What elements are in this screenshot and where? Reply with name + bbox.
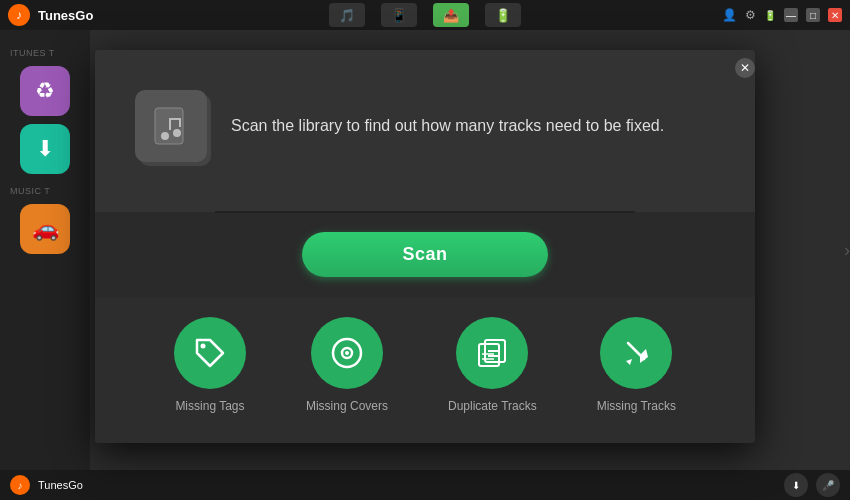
svg-point-3 — [173, 129, 181, 137]
duplicate-icon-svg — [474, 335, 510, 371]
modal-missing-tags-circle — [174, 317, 246, 389]
scan-button[interactable]: Scan — [302, 232, 547, 277]
close-button[interactable]: ✕ — [828, 8, 842, 22]
mic-icon: 🎤 — [822, 480, 834, 491]
modal-missing-tags-label: Missing Tags — [175, 399, 244, 413]
modal-missing-covers-circle — [311, 317, 383, 389]
nav-device-btn[interactable]: 📱 — [381, 3, 417, 27]
title-bar-left: ♪ TunesGo — [8, 4, 93, 26]
modal-missing-tracks-label: Missing Tracks — [597, 399, 676, 413]
svg-rect-6 — [179, 118, 181, 127]
bottom-logo: ♪ — [10, 475, 30, 495]
nav-battery-btn[interactable]: 🔋 — [485, 3, 521, 27]
modal-dialog: Scan the library to find out how many tr… — [95, 50, 755, 443]
settings-icon[interactable]: ⚙ — [745, 8, 756, 22]
modal-tool-missing-tags[interactable]: Missing Tags — [174, 317, 246, 413]
bottom-app-name: TunesGo — [38, 479, 83, 491]
modal-close-button[interactable]: ✕ — [735, 58, 755, 78]
music-icon-container — [135, 90, 207, 162]
modal-missing-covers-label: Missing Covers — [306, 399, 388, 413]
download-icon: ⬇ — [792, 480, 800, 491]
svg-point-10 — [345, 351, 349, 355]
modal-description-container: Scan the library to find out how many tr… — [231, 114, 664, 138]
download-status-btn[interactable]: ⬇ — [784, 473, 808, 497]
app-shell: ♪ TunesGo 🎵 📱 📤 🔋 👤 ⚙ 🔋 — — [0, 0, 850, 500]
logo-symbol: ♪ — [16, 8, 22, 22]
nav-battery-icon: 🔋 — [495, 8, 511, 23]
bottom-bar: ♪ TunesGo ⬇ 🎤 — [0, 470, 850, 500]
modal-missing-tracks-circle — [600, 317, 672, 389]
mic-btn[interactable]: 🎤 — [816, 473, 840, 497]
svg-rect-5 — [169, 118, 179, 120]
modal-description: Scan the library to find out how many tr… — [231, 114, 664, 138]
nav-device-icon: 📱 — [391, 8, 407, 23]
nav-export-icon: 📤 — [443, 8, 459, 23]
modal-overlay: ✕ — [0, 30, 850, 470]
title-bar-right: 👤 ⚙ 🔋 — □ ✕ — [722, 8, 842, 22]
svg-point-7 — [200, 344, 205, 349]
svg-point-2 — [161, 132, 169, 140]
tag-icon-svg — [192, 335, 228, 371]
nav-music-btn[interactable]: 🎵 — [329, 3, 365, 27]
app-logo: ♪ — [8, 4, 30, 26]
disc-icon-svg — [329, 335, 365, 371]
bottom-logo-icon: ♪ — [18, 480, 23, 491]
bottom-right-controls: ⬇ 🎤 — [784, 473, 840, 497]
modal-tool-missing-covers[interactable]: Missing Covers — [306, 317, 388, 413]
app-title: TunesGo — [38, 8, 93, 23]
broom-icon-svg — [618, 335, 654, 371]
maximize-button[interactable]: □ — [806, 8, 820, 22]
user-icon[interactable]: 👤 — [722, 8, 737, 22]
music-file-icon — [135, 90, 207, 162]
modal-tool-missing-tracks[interactable]: Missing Tracks — [597, 317, 676, 413]
modal-duplicate-tracks-circle — [456, 317, 528, 389]
modal-tools-row: Missing Tags Missing Covers — [95, 297, 755, 443]
nav-export-btn[interactable]: 📤 — [433, 3, 469, 27]
modal-footer: Scan — [95, 212, 755, 297]
music-note-svg — [151, 106, 191, 146]
modal-tool-duplicate-tracks[interactable]: Duplicate Tracks — [448, 317, 537, 413]
battery-icon: 🔋 — [764, 10, 776, 21]
modal-body-top: Scan the library to find out how many tr… — [95, 50, 755, 212]
modal-duplicate-tracks-label: Duplicate Tracks — [448, 399, 537, 413]
minimize-button[interactable]: — — [784, 8, 798, 22]
title-bar: ♪ TunesGo 🎵 📱 📤 🔋 👤 ⚙ 🔋 — — [0, 0, 850, 30]
nav-icons: 🎵 📱 📤 🔋 — [329, 3, 521, 27]
nav-music-icon: 🎵 — [339, 8, 355, 23]
